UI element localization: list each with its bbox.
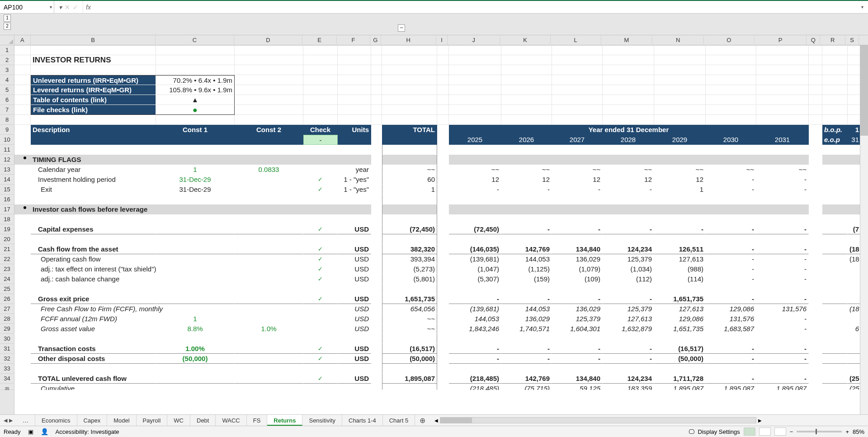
horizontal-scrollbar[interactable]: ◀ ▶ — [430, 417, 868, 423]
zoom-out-icon[interactable]: − — [790, 428, 793, 435]
tab-fs[interactable]: FS — [247, 415, 268, 426]
commit-icon[interactable]: ✓ — [73, 4, 78, 11]
tab-chart-5[interactable]: Chart 5 — [383, 415, 415, 426]
vertical-scrollbar-thumb[interactable] — [860, 45, 868, 136]
row-10[interactable]: 10 — [0, 135, 14, 145]
col-J[interactable]: J — [448, 35, 500, 45]
row-35[interactable]: 35 — [0, 384, 14, 390]
col-P[interactable]: P — [755, 35, 807, 45]
row-26[interactable]: 26 — [0, 294, 14, 304]
row-4[interactable]: 4 — [0, 75, 14, 85]
cancel-icon[interactable]: ✕ — [65, 4, 70, 11]
view-page-break-icon[interactable] — [774, 428, 786, 436]
col-A[interactable]: A — [14, 35, 31, 45]
add-sheet-icon[interactable]: ⊕ — [415, 416, 430, 425]
grid[interactable]: 1 2 3 4 5 6 7 8 9 10 11 12 13 14 15 16 1… — [0, 45, 868, 414]
row-20[interactable]: 20 — [0, 234, 14, 244]
cells[interactable]: INVESTOR RETURNS Unlevered returns (IRR•… — [14, 45, 868, 414]
tab-charts-1-4[interactable]: Charts 1-4 — [342, 415, 383, 426]
tab-capex[interactable]: Capex — [77, 415, 108, 426]
tab-sensitivity[interactable]: Sensitivity — [302, 415, 342, 426]
tab-model[interactable]: Model — [107, 415, 136, 426]
row-8[interactable]: 8 — [0, 115, 14, 125]
tab-economics[interactable]: Economics — [35, 415, 77, 426]
file-checks-link[interactable]: File checks (link) — [31, 105, 156, 115]
col-K[interactable]: K — [500, 35, 551, 45]
row-5[interactable]: 5 — [0, 85, 14, 95]
row-32[interactable]: 32 — [0, 354, 14, 364]
row-13[interactable]: 13 — [0, 165, 14, 175]
row-34[interactable]: 34 — [0, 374, 14, 384]
fx-dropdown-icon[interactable]: ▾ — [59, 4, 62, 11]
name-box[interactable]: AP100 ▾ — [0, 1, 54, 13]
row-9[interactable]: 9 — [0, 125, 14, 135]
tab-wacc[interactable]: WACC — [216, 415, 246, 426]
col-Q[interactable]: Q — [807, 35, 820, 45]
name-box-dropdown-icon[interactable]: ▾ — [50, 5, 52, 10]
row-25[interactable]: 25 — [0, 284, 14, 294]
row-2[interactable]: 2 — [0, 55, 14, 65]
col-D[interactable]: D — [234, 35, 303, 45]
tab-returns[interactable]: Returns — [267, 415, 302, 426]
row-19[interactable]: 19 — [0, 224, 14, 234]
col-M[interactable]: M — [601, 35, 653, 45]
tab-nav-next-icon[interactable]: ▶ — [9, 418, 13, 423]
row-23[interactable]: 23 — [0, 264, 14, 274]
zoom-in-icon[interactable]: + — [845, 428, 849, 435]
col-O[interactable]: O — [704, 35, 755, 45]
tab-debt[interactable]: Debt — [190, 415, 216, 426]
row-22[interactable]: 22 — [0, 254, 14, 264]
tab-wc[interactable]: WC — [167, 415, 190, 426]
col-S[interactable]: S — [845, 35, 859, 45]
formula-expand-icon[interactable]: ▾ — [861, 5, 868, 10]
tab-payroll[interactable]: Payroll — [137, 415, 168, 426]
col-I[interactable]: I — [436, 35, 448, 45]
outline-level-2[interactable]: 2 — [4, 23, 11, 30]
row-11[interactable]: 11 — [0, 145, 14, 155]
row-3[interactable]: 3 — [0, 65, 14, 75]
zoom-slider[interactable] — [797, 431, 842, 432]
zoom-level[interactable]: 85% — [853, 428, 864, 435]
row-21[interactable]: 21 — [0, 244, 14, 254]
formula-input[interactable] — [94, 1, 861, 13]
outline-level-1[interactable]: 1 — [4, 14, 11, 22]
row-31[interactable]: 31 — [0, 344, 14, 354]
col-E[interactable]: E — [302, 35, 337, 45]
row-17[interactable]: 17 — [0, 204, 14, 214]
row-14[interactable]: 14 — [0, 175, 14, 185]
row-7[interactable]: 7 — [0, 105, 14, 115]
group-collapse-icon[interactable]: − — [398, 24, 405, 32]
row-15[interactable]: 15 — [0, 185, 14, 195]
col-F[interactable]: F — [337, 35, 370, 45]
vertical-scrollbar[interactable] — [860, 45, 868, 414]
col-R[interactable]: R — [820, 35, 845, 45]
tab-more[interactable]: … — [16, 415, 35, 426]
col-H[interactable]: H — [381, 35, 436, 45]
row-12[interactable]: 12 — [0, 155, 14, 165]
row-27[interactable]: 27 — [0, 304, 14, 314]
row-18[interactable]: 18 — [0, 214, 14, 224]
horizontal-scrollbar-thumb[interactable] — [440, 418, 472, 423]
row-33[interactable]: 33 — [0, 364, 14, 374]
row-29[interactable]: 29 — [0, 324, 14, 334]
accessibility-icon[interactable]: 👤 — [41, 428, 48, 435]
col-L[interactable]: L — [551, 35, 601, 45]
view-normal-icon[interactable] — [744, 428, 755, 436]
tab-nav-prev-icon[interactable]: ◀ — [4, 418, 7, 423]
row-28[interactable]: 28 — [0, 314, 14, 324]
row-1[interactable]: 1 — [0, 45, 14, 55]
col-C[interactable]: C — [156, 35, 234, 45]
select-all-corner[interactable] — [0, 35, 14, 45]
macro-record-icon[interactable]: ▣ — [28, 428, 33, 435]
toc-arrow-icon[interactable]: ▲ — [156, 95, 235, 105]
status-display-settings[interactable]: Display Settings — [698, 428, 740, 435]
display-settings-icon[interactable]: 🖵 — [689, 428, 694, 435]
col-B[interactable]: B — [31, 35, 156, 45]
row-30[interactable]: 30 — [0, 334, 14, 344]
status-dot-icon[interactable]: ● — [156, 105, 235, 115]
row-6[interactable]: 6 — [0, 95, 14, 105]
row-24[interactable]: 24 — [0, 274, 14, 284]
col-N[interactable]: N — [652, 35, 704, 45]
view-page-layout-icon[interactable] — [759, 428, 771, 436]
col-G[interactable]: G — [370, 35, 381, 45]
